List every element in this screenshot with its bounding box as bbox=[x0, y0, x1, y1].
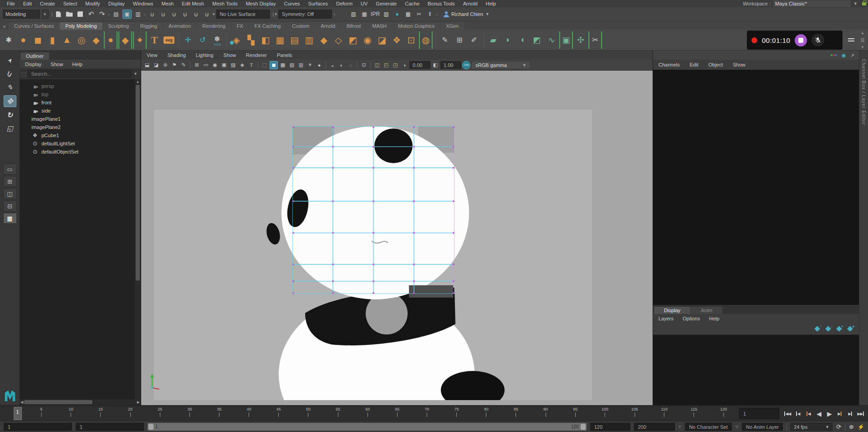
timeline-tick[interactable]: 110 bbox=[661, 407, 667, 417]
animation-preferences-icon[interactable]: ⚡ bbox=[858, 424, 864, 430]
microphone-muted-icon[interactable] bbox=[812, 34, 824, 46]
save-scene-button[interactable] bbox=[76, 10, 85, 19]
snap-to-curves-icon[interactable]: ∪ bbox=[158, 10, 168, 19]
timeline-tick[interactable]: 105 bbox=[631, 407, 638, 417]
uv-unfold-icon[interactable]: ✣ bbox=[574, 31, 587, 49]
camera-icon[interactable]: ◉ bbox=[842, 52, 846, 58]
open-scene-button[interactable] bbox=[65, 10, 74, 19]
range-slider[interactable]: 1 120 bbox=[148, 423, 587, 431]
shelf-tab[interactable]: Rendering bbox=[197, 22, 231, 30]
redo-button[interactable]: ↷ bbox=[97, 10, 107, 19]
hypershade-icon[interactable]: ✂ bbox=[414, 10, 424, 19]
menu-item[interactable]: Deform bbox=[332, 1, 357, 6]
quad-draw-tool-icon[interactable]: ✐ bbox=[467, 31, 481, 49]
timeline-tick[interactable]: 5 bbox=[40, 407, 42, 417]
render-setup-icon[interactable]: ▨ bbox=[382, 10, 391, 19]
play-backwards-button[interactable]: ◀ bbox=[814, 409, 823, 419]
shelf-tab[interactable]: MASH bbox=[367, 22, 392, 30]
shelf-tab[interactable]: FX Caching bbox=[249, 22, 286, 30]
shelf-tab[interactable]: Bifrost bbox=[341, 22, 366, 30]
select-object-icon[interactable]: ▣ bbox=[123, 10, 132, 19]
channel-box-menu-item[interactable]: Object bbox=[708, 62, 723, 67]
live-surface-field[interactable]: No Live Surface bbox=[216, 10, 270, 19]
go-to-start-button[interactable]: ◀◀ bbox=[783, 409, 792, 419]
timeline-tick[interactable]: 15 bbox=[98, 407, 103, 417]
menu-item[interactable]: Select bbox=[59, 1, 82, 6]
select-component-icon[interactable]: ▥ bbox=[133, 10, 143, 19]
channel-box-menu-item[interactable]: Channels bbox=[659, 62, 679, 67]
color-management-toggle[interactable]: ON bbox=[462, 61, 470, 69]
snap-to-grid-icon[interactable]: ∪ bbox=[148, 10, 157, 19]
auto-key-icon[interactable]: ⊕ bbox=[849, 423, 854, 430]
pause-viewport-icon[interactable]: ‖ bbox=[425, 10, 434, 19]
menu-item[interactable]: Curves bbox=[280, 1, 304, 6]
menu-item[interactable]: Bonus Tools bbox=[424, 1, 459, 6]
channel-box-menu-item[interactable]: Show bbox=[733, 62, 745, 67]
workspace-selector[interactable]: Maya Classic* bbox=[773, 0, 851, 7]
timeline-tick[interactable]: 100 bbox=[602, 407, 608, 417]
timeline-tick[interactable]: 60 bbox=[365, 407, 370, 417]
render-sequence-icon[interactable]: ▩ bbox=[403, 10, 413, 19]
light-editor-icon[interactable]: ● bbox=[393, 10, 402, 19]
shelf-tab[interactable]: Animation bbox=[163, 22, 196, 30]
fps-selector[interactable]: 24 fps ▼ bbox=[791, 423, 832, 431]
shelf-tab[interactable]: Rigging bbox=[135, 22, 163, 30]
new-scene-button[interactable] bbox=[54, 10, 63, 19]
snap-options-dropdown-icon[interactable]: ▾ bbox=[213, 12, 215, 16]
layer-editor-menu-item[interactable]: Layers bbox=[659, 316, 674, 321]
timeline-tick[interactable]: 40 bbox=[247, 407, 251, 417]
timeline-tick[interactable]: 10 bbox=[69, 407, 73, 417]
undo-button[interactable]: ↶ bbox=[87, 10, 96, 19]
workspace-dropdown-icon[interactable]: ▼ bbox=[853, 1, 858, 6]
current-frame-field[interactable]: 1 bbox=[739, 408, 779, 419]
symmetry-field[interactable]: Symmetry: Off bbox=[278, 10, 332, 19]
timeline-tick[interactable]: 85 bbox=[514, 407, 518, 417]
go-to-end-button[interactable]: ▶▶ bbox=[856, 409, 865, 419]
scroll-up-icon[interactable]: ▲ bbox=[861, 31, 864, 35]
workspace-lock-icon[interactable] bbox=[862, 2, 866, 5]
shelf-scrollbar[interactable]: ▲ ▼ bbox=[859, 30, 866, 50]
timeline-tick[interactable]: 90 bbox=[543, 407, 548, 417]
uv-editor-icon[interactable]: ▣ bbox=[559, 31, 573, 49]
menu-item[interactable]: Arnold bbox=[459, 1, 482, 6]
outliner-item[interactable]: imagePlane2 bbox=[31, 123, 135, 131]
select-hierarchy-icon[interactable]: ▤ bbox=[112, 10, 121, 19]
step-back-key-button[interactable]: ◀ bbox=[804, 409, 813, 419]
graph-editor-icon[interactable]: ↗ bbox=[851, 53, 854, 58]
uv-camera-based-icon[interactable]: ◖ bbox=[516, 31, 529, 49]
render-current-frame-icon[interactable]: ▦ bbox=[360, 10, 369, 19]
menu-item[interactable]: Display bbox=[104, 1, 129, 6]
channel-box-side-tab[interactable]: Channel Box / Layer Editor bbox=[861, 59, 866, 405]
step-forward-key-button[interactable]: ▶ bbox=[835, 409, 844, 419]
snap-to-points-icon[interactable]: ∪ bbox=[169, 10, 179, 19]
sep[interactable] bbox=[482, 31, 485, 49]
menu-item[interactable]: Cache bbox=[401, 1, 424, 6]
animation-start-field[interactable]: 1 bbox=[4, 423, 72, 431]
anim-layer-selector[interactable]: No Anim Layer bbox=[742, 423, 783, 431]
menu-item[interactable]: Generate bbox=[372, 1, 401, 6]
shelf-tab[interactable]: Motion Graphics bbox=[393, 22, 440, 30]
range-start-handle[interactable] bbox=[148, 424, 153, 430]
range-end-handle[interactable] bbox=[581, 424, 586, 430]
shelf-menu-icon[interactable]: ≡ bbox=[1, 24, 8, 29]
layer-move-down-icon[interactable]: ↓ bbox=[825, 326, 832, 332]
character-set-selector[interactable]: No Character Set bbox=[685, 423, 732, 431]
snap-to-projected-center-icon[interactable]: ∪ bbox=[180, 10, 189, 19]
menu-item[interactable]: Mesh bbox=[157, 1, 178, 6]
playback-start-field[interactable]: 1 bbox=[76, 423, 144, 431]
scrollbar-thumb[interactable] bbox=[861, 38, 864, 42]
uv-automatic-icon[interactable]: ◗ bbox=[501, 31, 515, 49]
menu-item[interactable]: Modify bbox=[81, 1, 104, 6]
layer-editor-tab[interactable]: Anim bbox=[691, 307, 722, 314]
scroll-left-icon[interactable]: ◀ bbox=[20, 400, 23, 404]
menu-item[interactable]: Windows bbox=[129, 1, 158, 6]
layer-editor-menu-item[interactable]: Help bbox=[709, 316, 720, 321]
shelf-tab[interactable]: Sculpting bbox=[103, 22, 134, 30]
uv-contour-stretch-icon[interactable]: ∿ bbox=[545, 31, 558, 49]
timeline-tick[interactable]: 65 bbox=[395, 407, 399, 417]
shelf-tab[interactable]: Arnold bbox=[315, 22, 341, 30]
menu-item[interactable]: Mesh Tools bbox=[208, 1, 241, 6]
anim-layer-dropdown-icon[interactable]: ▽ bbox=[735, 425, 738, 429]
timeline-tick[interactable]: 45 bbox=[276, 407, 281, 417]
snap-to-view-plane-icon[interactable]: ∪ bbox=[191, 10, 200, 19]
